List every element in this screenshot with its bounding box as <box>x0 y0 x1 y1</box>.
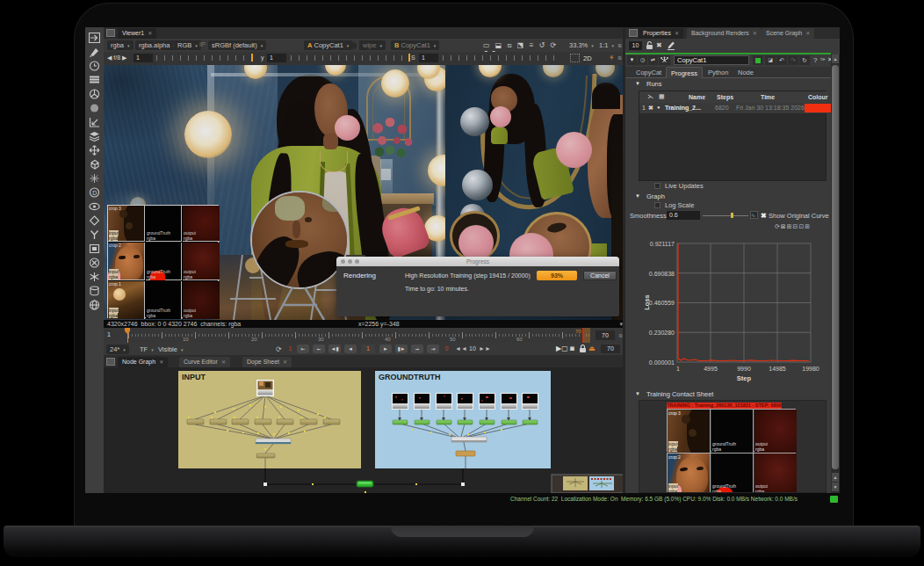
svg-text:Step: Step <box>737 374 752 382</box>
svg-text:0.230280: 0.230280 <box>649 330 675 336</box>
svg-text:0.460559: 0.460559 <box>649 300 675 306</box>
svg-text:0.690838: 0.690838 <box>649 271 675 277</box>
svg-text:D: D <box>92 190 97 196</box>
svg-text:0.921117: 0.921117 <box>650 241 675 247</box>
svg-text:19980: 19980 <box>802 366 819 372</box>
svg-text:14985: 14985 <box>769 366 786 372</box>
svg-text:Loss: Loss <box>643 294 651 310</box>
svg-text:INPUT: INPUT <box>182 373 206 381</box>
svg-text:9990: 9990 <box>737 366 751 372</box>
svg-text:GROUNDTRUTH: GROUNDTRUTH <box>379 373 441 381</box>
svg-text:1: 1 <box>676 366 680 372</box>
svg-text:4995: 4995 <box>704 366 718 372</box>
svg-text:0.000001: 0.000001 <box>649 359 675 366</box>
